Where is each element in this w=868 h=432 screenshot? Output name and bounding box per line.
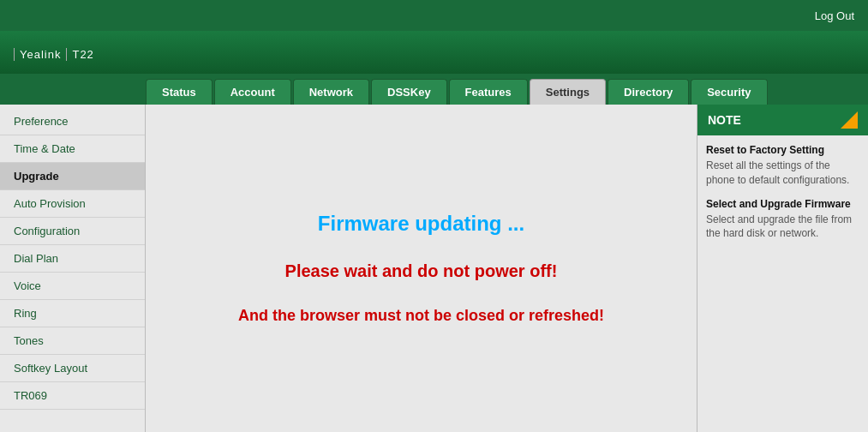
model-name: T22 [66,48,93,61]
content-area: Firmware updating ... Please wait and do… [146,105,697,432]
tab-dsskey[interactable]: DSSKey [371,79,447,105]
sidebar-item-voice[interactable]: Voice [0,273,145,300]
header: YealinkT22 [0,31,868,74]
tab-features[interactable]: Features [449,79,528,105]
firmware-updating-text: Firmware updating ... [318,212,524,236]
sidebar-item-tr069[interactable]: TR069 [0,382,145,410]
sidebar-item-preference[interactable]: Preference [0,108,145,135]
sidebar-item-auto-provision[interactable]: Auto Provision [0,190,145,218]
sidebar-item-softkey-layout[interactable]: Softkey Layout [0,355,145,382]
tab-settings[interactable]: Settings [530,79,606,105]
tab-directory[interactable]: Directory [608,79,689,105]
sidebar-item-upgrade[interactable]: Upgrade [0,163,145,190]
note-panel: NOTE Reset to Factory Setting Reset all … [697,105,868,432]
top-bar: Log Out [0,0,868,31]
browser-warning-text: And the browser must not be closed or re… [238,307,604,325]
note-header-corner-decoration [841,111,858,129]
note-section-2-title: Select and Upgrade Firmware [706,198,859,210]
tab-account[interactable]: Account [214,79,291,105]
sidebar: Preference Time & Date Upgrade Auto Prov… [0,105,146,432]
note-section-1-title: Reset to Factory Setting [706,144,859,156]
nav-tabs: Status Account Network DSSKey Features S… [0,74,868,105]
sidebar-item-tones[interactable]: Tones [0,327,145,355]
tab-security[interactable]: Security [691,79,767,105]
note-header-label: NOTE [708,113,741,127]
note-section-2-text: Select and upgrade the file from the har… [706,213,859,242]
sidebar-item-ring[interactable]: Ring [0,300,145,327]
tab-status[interactable]: Status [146,79,213,105]
note-content: Reset to Factory Setting Reset all the s… [697,135,868,260]
sidebar-item-configuration[interactable]: Configuration [0,218,145,245]
note-header: NOTE [697,105,868,135]
please-wait-text: Please wait and do not power off! [285,261,558,281]
logo: YealinkT22 [9,41,94,63]
tab-network[interactable]: Network [293,79,369,105]
logout-button[interactable]: Log Out [815,9,854,22]
note-section-1-text: Reset all the settings of the phone to d… [706,159,859,188]
brand-name: Yealink [14,48,61,61]
sidebar-item-time-date[interactable]: Time & Date [0,135,145,163]
main-layout: Preference Time & Date Upgrade Auto Prov… [0,105,868,432]
sidebar-item-dial-plan[interactable]: Dial Plan [0,245,145,273]
